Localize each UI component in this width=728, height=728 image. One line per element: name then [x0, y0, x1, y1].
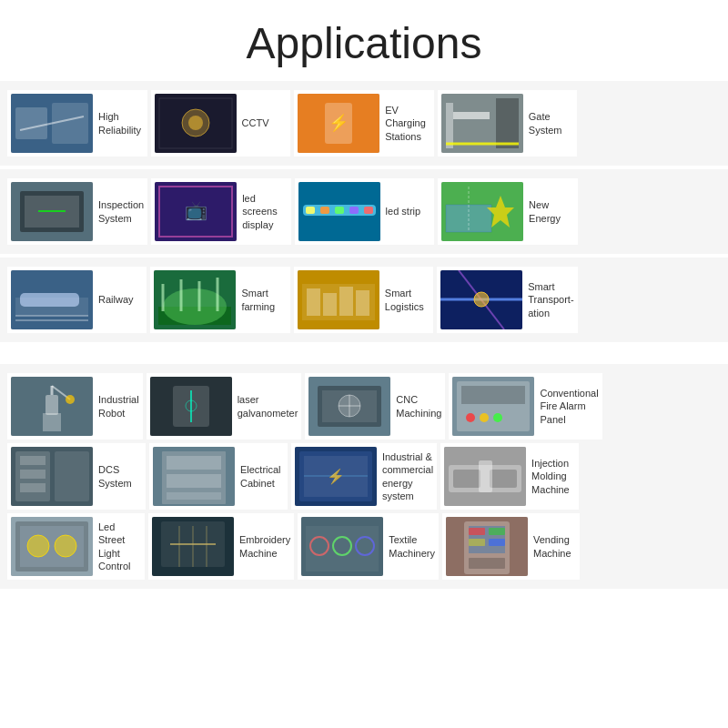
grid-row-5: DCS System Electrical Cabinet — [7, 443, 721, 510]
svg-point-6 — [188, 116, 203, 130]
svg-rect-13 — [453, 112, 490, 119]
list-item[interactable]: CCTV — [151, 90, 291, 157]
svg-rect-120 — [469, 539, 485, 546]
item-label: DCS System — [98, 463, 142, 490]
svg-rect-57 — [43, 413, 61, 431]
item-label: Railway — [98, 293, 143, 306]
svg-rect-51 — [356, 290, 369, 316]
svg-point-103 — [55, 535, 76, 557]
thumbnail: ⚡ — [298, 94, 379, 153]
thumbnail — [11, 447, 93, 506]
svg-rect-86 — [167, 456, 221, 470]
list-item[interactable]: Vending Machine — [442, 513, 580, 580]
list-item[interactable]: Gate System — [438, 90, 578, 157]
svg-point-75 — [466, 413, 475, 422]
svg-rect-36 — [20, 293, 79, 307]
list-item[interactable]: Industrial Robot — [7, 373, 143, 440]
section-divider — [0, 346, 728, 360]
list-item[interactable]: Embroidery Machine — [148, 513, 294, 580]
thumbnail — [150, 377, 232, 436]
svg-point-76 — [480, 413, 489, 422]
thumbnail — [11, 94, 93, 153]
list-item[interactable]: laser galvanometer — [147, 373, 302, 440]
thumbnail — [11, 270, 93, 329]
item-label: Smart Logistics — [385, 287, 430, 313]
list-item[interactable]: Conventional Fire Alarm Panel — [449, 373, 602, 440]
svg-rect-118 — [469, 528, 485, 535]
item-label: laser galvanometer — [238, 393, 298, 420]
grid-row-1: High Reliability CCTV ⚡ — [7, 90, 721, 157]
grid-row-6: Led Street Light Control Embroidery Mach… — [7, 513, 721, 580]
list-item[interactable]: CNC Machining — [305, 373, 445, 440]
svg-rect-81 — [20, 456, 46, 465]
list-item[interactable]: led strip — [295, 178, 434, 245]
svg-rect-26 — [320, 207, 329, 214]
list-item[interactable]: Inspection System — [7, 178, 147, 245]
list-item[interactable]: High Reliability — [7, 90, 147, 157]
thumbnail — [441, 182, 523, 241]
svg-rect-48 — [307, 288, 320, 316]
section-3: Railway Smart farming — [0, 258, 728, 342]
item-label: High Reliability — [98, 110, 144, 136]
list-item[interactable]: Injection Molding Machine — [440, 443, 579, 510]
svg-rect-12 — [446, 103, 453, 148]
grid-row-3: Railway Smart farming — [7, 267, 721, 333]
thumbnail — [452, 377, 534, 436]
list-item[interactable]: Railway — [7, 267, 147, 333]
svg-text:⚡: ⚡ — [327, 468, 345, 485]
thumbnail — [153, 447, 235, 506]
thumbnail — [301, 517, 383, 576]
list-item[interactable]: Smart Logistics — [294, 267, 433, 333]
svg-rect-121 — [489, 539, 505, 546]
item-label: Led Street Light Control — [98, 521, 141, 572]
thumbnail — [155, 94, 237, 153]
section-2: Inspection System 📺 led screens display — [0, 169, 728, 254]
item-label: Smart farming — [241, 287, 286, 313]
page-title: Applications — [0, 0, 728, 77]
item-label: Injection Molding Machine — [531, 457, 575, 496]
svg-rect-119 — [489, 528, 505, 535]
svg-rect-122 — [469, 558, 505, 569]
svg-rect-27 — [335, 207, 344, 214]
grid-row-2: Inspection System 📺 led screens display — [7, 178, 721, 245]
svg-point-77 — [493, 413, 502, 422]
thumbnail: ⚡ — [295, 447, 377, 506]
grid-row-4: Industrial Robot laser galvanometer — [7, 373, 721, 440]
list-item[interactable]: Textile Machinery — [298, 513, 439, 580]
list-item[interactable]: Smart farming — [150, 267, 289, 333]
list-item[interactable]: ⚡ EV Charging Stations — [294, 90, 434, 157]
svg-rect-88 — [167, 492, 221, 500]
svg-rect-58 — [46, 395, 58, 415]
item-label: CCTV — [242, 116, 288, 129]
svg-rect-28 — [349, 207, 359, 214]
svg-rect-2 — [52, 103, 88, 144]
svg-rect-74 — [461, 386, 525, 404]
list-item[interactable]: New Energy — [438, 178, 577, 245]
list-item[interactable]: Led Street Light Control — [7, 513, 145, 580]
thumbnail — [444, 447, 526, 506]
item-label: led screens display — [242, 192, 287, 231]
item-label: EV Charging Stations — [385, 104, 430, 143]
thumbnail — [446, 517, 528, 576]
item-label: New Energy — [529, 198, 573, 225]
svg-rect-80 — [55, 451, 89, 501]
list-item[interactable]: Smart Transport-ation — [437, 267, 577, 333]
item-label: Textile Machinery — [389, 533, 435, 560]
item-label: Conventional Fire Alarm Panel — [540, 387, 598, 426]
svg-rect-83 — [20, 483, 46, 492]
item-label: Industrial & commercial energy system — [382, 450, 433, 502]
svg-rect-49 — [323, 293, 337, 316]
svg-rect-50 — [339, 287, 353, 316]
thumbnail — [11, 182, 93, 241]
svg-text:📺: 📺 — [185, 199, 207, 221]
list-item[interactable]: Electrical Cabinet — [149, 443, 288, 510]
thumbnail — [152, 517, 234, 576]
thumbnail — [11, 377, 93, 436]
list-item[interactable]: ⚡ Industrial & commercial energy system — [291, 443, 437, 510]
list-item[interactable]: DCS System — [7, 443, 146, 510]
list-item[interactable]: 📺 led screens display — [151, 178, 290, 245]
thumbnail — [308, 377, 390, 436]
svg-rect-96 — [453, 470, 480, 488]
svg-point-61 — [66, 395, 75, 404]
item-label: Industrial Robot — [98, 393, 139, 420]
